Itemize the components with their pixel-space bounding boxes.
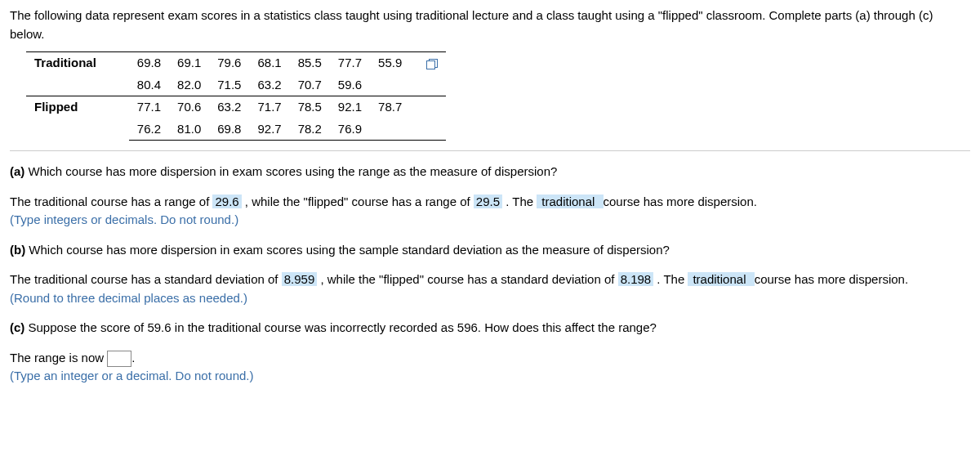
a-text3: . The <box>502 195 537 208</box>
part-a-question: (a) Which course has more dispersion in … <box>10 163 970 181</box>
part-a-answer: The traditional course has a range of 29… <box>10 193 970 230</box>
flip-r2-c1: 76.2 <box>129 118 169 141</box>
b-answer-sd-flipped[interactable]: 8.198 <box>618 272 654 286</box>
trad-r2-c7 <box>370 74 410 96</box>
flip-r1-c4: 71.7 <box>249 96 289 118</box>
flip-r2-c2: 81.0 <box>169 118 209 141</box>
trad-r2-c5: 70.7 <box>290 74 330 96</box>
a-instruction: (Type integers or decimals. Do not round… <box>10 212 238 226</box>
b-text4: course has more dispersion. <box>755 272 908 286</box>
flipped-label: Flipped <box>26 96 129 141</box>
trad-r2-c6: 59.6 <box>330 74 370 96</box>
flip-r2-c3: 69.8 <box>209 118 249 141</box>
trad-r1-c4: 68.1 <box>249 52 289 74</box>
traditional-label: Traditional <box>26 52 129 96</box>
trad-r2-c3: 71.5 <box>209 74 249 96</box>
flip-r2-c5: 78.2 <box>290 118 330 141</box>
trad-r1-c1: 69.8 <box>129 52 169 74</box>
c-instruction: (Type an integer or a decimal. Do not ro… <box>10 369 254 382</box>
copy-icon[interactable] <box>426 59 438 69</box>
trad-r2-c1: 80.4 <box>129 74 169 96</box>
a-text1: The traditional course has a range of <box>10 195 212 208</box>
data-table: Traditional 69.8 69.1 79.6 68.1 85.5 77.… <box>26 51 446 141</box>
part-b-answer: The traditional course has a standard de… <box>10 271 970 307</box>
c-text1: The range is now <box>10 351 107 364</box>
b-answer-sd-traditional[interactable]: 8.959 <box>282 272 318 286</box>
b-text3: . The <box>653 272 688 286</box>
flip-r1-c6: 92.1 <box>330 96 370 118</box>
copy-icon-cell <box>410 52 446 74</box>
a-text4: course has more dispersion. <box>604 195 757 208</box>
flip-r2-c6: 76.9 <box>330 118 370 141</box>
part-c-label: (c) <box>10 320 24 334</box>
trad-r1-c3: 79.6 <box>209 52 249 74</box>
b-text1: The traditional course has a standard de… <box>10 272 282 286</box>
flip-r1-c1: 77.1 <box>129 96 169 118</box>
c-input-range[interactable] <box>107 351 131 367</box>
trad-r1-c5: 85.5 <box>290 52 330 74</box>
part-c-answer: The range is now . (Type an integer or a… <box>10 349 970 386</box>
a-answer-range-traditional[interactable]: 29.6 <box>212 195 241 208</box>
trad-r2-c4: 63.2 <box>249 74 289 96</box>
b-text2: , while the "flipped" course has a stand… <box>317 272 617 286</box>
intro-text: The following data represent exam scores… <box>10 7 970 43</box>
flip-r1-c2: 70.6 <box>169 96 209 118</box>
flip-r1-c7: 78.7 <box>370 96 410 118</box>
part-a-text: Which course has more dispersion in exam… <box>24 164 557 178</box>
flip-r2-c7 <box>370 118 410 141</box>
flip-r1-c3: 63.2 <box>209 96 249 118</box>
trad-r1-c2: 69.1 <box>169 52 209 74</box>
part-b-label: (b) <box>10 243 25 257</box>
part-b-text: Which course has more dispersion in exam… <box>25 243 670 257</box>
divider <box>10 150 970 151</box>
b-answer-dropdown[interactable]: traditional <box>688 272 754 286</box>
trad-r1-c6: 77.7 <box>330 52 370 74</box>
a-answer-range-flipped[interactable]: 29.5 <box>474 195 502 208</box>
b-instruction: (Round to three decimal places as needed… <box>10 291 247 305</box>
part-c-text: Suppose the score of 59.6 in the traditi… <box>24 320 657 334</box>
c-text2: . <box>131 351 135 364</box>
part-a-label: (a) <box>10 164 24 178</box>
flip-r1-c5: 78.5 <box>290 96 330 118</box>
flip-r2-c4: 92.7 <box>249 118 289 141</box>
trad-r2-c2: 82.0 <box>169 74 209 96</box>
a-text2: , while the "flipped" course has a range… <box>242 195 474 208</box>
a-answer-dropdown[interactable]: traditional <box>537 195 603 208</box>
trad-r1-c7: 55.9 <box>370 52 410 74</box>
part-c-question: (c) Suppose the score of 59.6 in the tra… <box>10 319 970 338</box>
part-b-question: (b) Which course has more dispersion in … <box>10 241 970 260</box>
